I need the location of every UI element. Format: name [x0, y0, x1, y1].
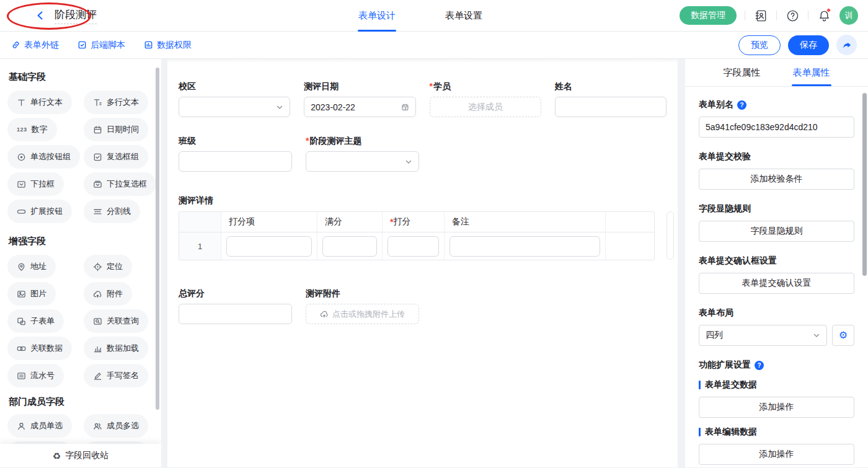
field-item-label: 成员多选	[107, 420, 139, 431]
field-item-datetime[interactable]: 日期时间	[84, 118, 148, 141]
field-total-score[interactable]: 总评分	[179, 288, 292, 324]
field-eval-date[interactable]: 测评日期	[304, 81, 415, 117]
calendar-icon	[93, 125, 102, 135]
field-item-lookup-query[interactable]: 关联查询	[84, 309, 148, 333]
layout-settings-button[interactable]: ⚙	[832, 325, 854, 346]
subform-icon	[17, 317, 26, 326]
field-item-multi-line-text[interactable]: 多行文本	[84, 91, 148, 114]
avatar[interactable]: 训	[839, 6, 858, 25]
field-item-serial-number[interactable]: 流水号	[7, 364, 64, 387]
field-item-extend-button[interactable]: 扩展按钮	[7, 200, 72, 223]
panel-scrollbar[interactable]	[862, 93, 867, 276]
field-student[interactable]: * 学员 选择成员	[430, 81, 541, 117]
notification-bell-icon[interactable]	[817, 8, 831, 23]
add-submit-action-button[interactable]: 添加操作	[699, 397, 854, 418]
name-input-wrap	[555, 97, 666, 117]
field-item-number[interactable]: 123 数字	[7, 118, 57, 141]
header-cell-note: 备注	[445, 212, 606, 232]
field-item-location[interactable]: 定位	[84, 255, 132, 278]
date-input[interactable]	[311, 102, 401, 112]
form-row-2: 班级 * 阶段测评主题	[179, 136, 666, 172]
field-label: 校区	[179, 81, 196, 92]
field-detail-subform[interactable]: 测评详情 打分项 满分 * 打分 备注 1	[179, 195, 666, 260]
tab-form-properties[interactable]: 表单属性	[793, 59, 830, 86]
select-member-button[interactable]: 选择成员	[430, 97, 541, 117]
number-icon: 123	[17, 126, 27, 133]
field-item-linked-data[interactable]: 关联数据	[7, 337, 72, 360]
preview-button[interactable]: 预览	[738, 35, 781, 55]
submit-confirm-button[interactable]: 表单提交确认设置	[699, 273, 854, 294]
field-class[interactable]: 班级	[179, 136, 292, 172]
tab-form-design[interactable]: 表单设计	[358, 0, 396, 32]
field-item-attachment[interactable]: 附件	[84, 282, 132, 306]
add-validation-button[interactable]: 添加校验条件	[699, 169, 854, 190]
header-label: 打分	[393, 216, 410, 227]
form-row-3: 总评分 测评附件 点击或拖拽附件上传	[179, 288, 666, 324]
form-external-link[interactable]: 表单外链	[11, 40, 59, 51]
help-icon[interactable]	[785, 8, 800, 23]
form-row-1: 校区 测评日期 * 学员 选择成员	[179, 81, 666, 117]
field-item-image[interactable]: 图片	[7, 282, 56, 306]
contacts-book-icon[interactable]	[753, 8, 768, 23]
layout-select[interactable]: 四列	[699, 325, 827, 346]
tab-field-properties[interactable]: 字段属性	[724, 59, 761, 86]
campus-select[interactable]	[179, 97, 290, 117]
field-item-subform[interactable]: 子表单	[7, 309, 64, 333]
field-item-multi-dropdown[interactable]: 下拉复选框	[84, 172, 156, 196]
field-item-signature[interactable]: 手写签名	[84, 364, 148, 387]
required-asterisk: *	[306, 136, 309, 146]
field-item-label: 地址	[30, 261, 46, 272]
field-campus[interactable]: 校区	[179, 81, 290, 117]
divider	[808, 11, 808, 20]
field-name[interactable]: 姓名	[555, 81, 666, 117]
toolbar-actions: 预览 保存	[738, 35, 857, 55]
help-icon[interactable]: ?	[755, 361, 764, 370]
back-button[interactable]	[35, 10, 46, 21]
field-item-single-line-text[interactable]: 单行文本	[7, 91, 72, 114]
add-edit-action-button[interactable]: 添加操作	[699, 444, 854, 465]
field-eval-attachment[interactable]: 测评附件 点击或拖拽附件上传	[306, 288, 419, 324]
required-asterisk: *	[430, 81, 433, 91]
backend-script-link[interactable]: 后端脚本	[78, 40, 125, 51]
field-item-checkbox-group[interactable]: 复选框组	[84, 145, 148, 169]
help-icon[interactable]: ?	[737, 100, 746, 110]
field-item-dropdown[interactable]: 下拉框	[7, 172, 64, 196]
data-permission-link[interactable]: 数据权限	[144, 40, 192, 51]
page-title[interactable]: 阶段测评	[55, 7, 97, 24]
save-button[interactable]: 保存	[788, 35, 829, 55]
extension-label: 功能扩展设置	[699, 360, 751, 371]
cell-empty	[606, 232, 654, 260]
field-item-member-multi[interactable]: 成员多选	[84, 414, 148, 438]
attachment-upload-button[interactable]: 点击或拖拽附件上传	[306, 304, 419, 324]
data-manage-button[interactable]: 数据管理	[680, 6, 737, 25]
field-item-divider-line[interactable]: 分割线	[84, 200, 140, 223]
recycle-label: 字段回收站	[65, 450, 108, 461]
field-item-data-load[interactable]: 数据加载	[84, 337, 148, 360]
sidebar-scrollbar[interactable]	[156, 68, 159, 410]
score-input[interactable]	[388, 236, 439, 257]
note-input[interactable]	[450, 236, 600, 257]
field-item-address[interactable]: 地址	[7, 255, 56, 278]
layout-heading: 表单布局	[699, 307, 854, 319]
field-recycle-bin[interactable]: ♻ 字段回收站	[0, 444, 161, 467]
item-input[interactable]	[226, 236, 312, 257]
header-cell-item: 打分项	[221, 212, 317, 232]
name-input[interactable]	[562, 102, 660, 112]
field-item-member-single[interactable]: 成员单选	[7, 414, 72, 438]
field-item-radio-group[interactable]: 单选按钮组	[7, 145, 80, 169]
properties-panel: 字段属性 表单属性 表单别名 ? 表单提交校验 添加校验条件 字段显隐规则 字段…	[685, 59, 868, 467]
detail-table: 打分项 满分 * 打分 备注 1	[179, 211, 655, 260]
alias-heading: 表单别名 ?	[699, 99, 854, 110]
main-layout: 基础字段 单行文本 多行文本 123 数字 日期时间 单选按钮组	[0, 59, 868, 467]
alias-input[interactable]	[699, 117, 854, 138]
total-input[interactable]	[185, 309, 285, 319]
visibility-rules-button[interactable]: 字段显隐规则	[699, 221, 854, 242]
topic-select[interactable]	[306, 151, 419, 172]
tab-form-settings[interactable]: 表单设置	[445, 0, 482, 32]
field-topic[interactable]: * 阶段测评主题	[306, 136, 419, 172]
text-icon	[17, 98, 26, 107]
max-input[interactable]	[322, 236, 377, 257]
class-input[interactable]	[185, 157, 285, 167]
field-item-label: 图片	[30, 288, 46, 299]
share-button[interactable]	[836, 35, 857, 55]
